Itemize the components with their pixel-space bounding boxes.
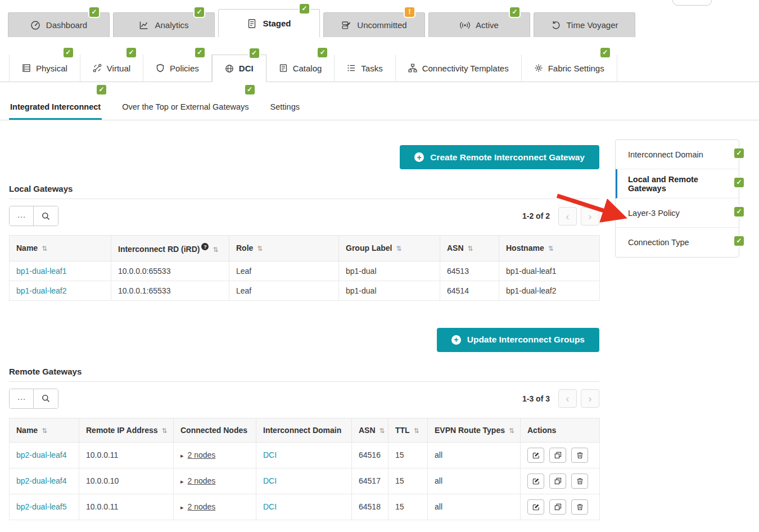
- sort-icon: ⇅: [468, 245, 473, 253]
- table-row: bp2-dual-leaf4 10.0.0.11 ▸2 nodes DCI 64…: [10, 442, 600, 468]
- gateway-link[interactable]: bp2-dual-leaf5: [16, 502, 67, 511]
- domain-link[interactable]: DCI: [263, 450, 277, 459]
- divider: [9, 199, 599, 199]
- tab-label: Policies: [170, 64, 199, 73]
- col-name[interactable]: Name⇅: [10, 418, 79, 442]
- tab-staged[interactable]: Staged ✓: [218, 9, 320, 37]
- tab-time-voyager[interactable]: Time Voyager: [534, 12, 635, 37]
- col-role[interactable]: Role⇅: [229, 236, 339, 262]
- sort-icon: ⇅: [257, 245, 263, 253]
- sort-icon: ⇅: [42, 427, 47, 435]
- clone-button[interactable]: [549, 448, 566, 463]
- tab-connectivity-templates[interactable]: Connectivity Templates: [396, 55, 522, 82]
- domain-link[interactable]: DCI: [263, 502, 277, 511]
- gear-icon: [534, 64, 543, 73]
- nodes-link[interactable]: 2 nodes: [188, 476, 216, 485]
- clone-button[interactable]: [549, 499, 566, 515]
- tab-label: Dashboard: [46, 20, 87, 30]
- check-badge: ✓: [733, 235, 745, 247]
- shield-icon: [156, 64, 165, 73]
- gateway-link[interactable]: bp1-dual-leaf1: [16, 267, 67, 276]
- uncommitted-icon: [341, 20, 351, 30]
- nodes-link[interactable]: 2 nodes: [188, 502, 216, 511]
- tab-analytics[interactable]: Analytics ✓: [113, 12, 215, 37]
- next-page-button[interactable]: ›: [581, 207, 599, 226]
- edit-button[interactable]: [527, 474, 544, 489]
- next-page-button[interactable]: ›: [581, 389, 599, 408]
- remote-gateways-title: Remote Gateways: [9, 367, 599, 376]
- update-interconnect-groups-button[interactable]: + Update Interconnect Groups: [437, 328, 599, 352]
- tab-label: Time Voyager: [567, 20, 618, 30]
- prev-page-button[interactable]: ‹: [558, 389, 577, 408]
- delete-button[interactable]: [571, 499, 588, 515]
- sidebar-item-connection-type[interactable]: Connection Type ✓: [616, 228, 739, 257]
- time-voyager-icon: [551, 20, 561, 30]
- sidebar-item-layer-3-policy[interactable]: Layer-3 Policy ✓: [616, 199, 739, 228]
- sidebar-item-label: Layer-3 Policy: [628, 209, 680, 218]
- col-group-label[interactable]: Group Label⇅: [339, 236, 440, 262]
- gateway-link[interactable]: bp2-dual-leaf4: [16, 450, 67, 459]
- search-button[interactable]: [34, 389, 58, 408]
- check-badge: ✓: [509, 6, 521, 18]
- search-button[interactable]: [34, 206, 58, 226]
- dci-tab-bar: Integrated Interconnect ✓ Over the Top o…: [0, 82, 759, 120]
- expand-caret-icon[interactable]: ▸: [180, 452, 184, 459]
- tab-dashboard[interactable]: Dashboard ✓: [8, 12, 110, 37]
- tab-label: Virtual: [107, 64, 130, 73]
- table-row: bp1-dual-leaf2 10.0.0.1:65533 Leaf bp1-d…: [10, 281, 600, 300]
- sidebar-item-local-and-remote-gateways[interactable]: Local and Remote Gateways ✓: [616, 169, 739, 199]
- tab-dci[interactable]: DCI ✓: [212, 55, 266, 82]
- tab-active[interactable]: Active ✓: [428, 12, 530, 37]
- col-ttl[interactable]: TTL⇅: [388, 418, 428, 442]
- check-badge: ✓: [96, 84, 107, 96]
- sidebar-item-interconnect-domain[interactable]: Interconnect Domain ✓: [616, 140, 739, 169]
- delete-button[interactable]: [571, 448, 588, 463]
- plus-icon: +: [451, 335, 461, 345]
- gateway-link[interactable]: bp1-dual-leaf2: [16, 286, 67, 295]
- domain-link[interactable]: DCI: [263, 476, 277, 485]
- col-name[interactable]: Name⇅: [10, 236, 111, 262]
- help-icon[interactable]: ?: [201, 243, 209, 250]
- pagination-text: 1-3 of 3: [522, 394, 550, 403]
- check-badge: ✓: [599, 47, 611, 58]
- more-actions-button[interactable]: ···: [10, 389, 34, 408]
- edit-button[interactable]: [527, 499, 544, 515]
- sort-icon: ⇅: [396, 245, 401, 253]
- tab-uncommitted[interactable]: Uncommitted !: [323, 12, 425, 37]
- delete-button[interactable]: [571, 474, 588, 489]
- expand-caret-icon[interactable]: ▸: [180, 478, 184, 485]
- divider: [9, 381, 599, 382]
- col-asn[interactable]: ASN⇅: [352, 418, 388, 442]
- col-interconnect-rd[interactable]: Interconnect RD (iRD)?⇅: [111, 236, 229, 262]
- tab-label: Physical: [36, 64, 67, 73]
- search-icon: [42, 394, 50, 403]
- tab-catalog[interactable]: Catalog ✓: [266, 55, 335, 82]
- tab-policies[interactable]: Policies ✓: [143, 55, 212, 82]
- col-remote-ip[interactable]: Remote IP Address⇅: [79, 418, 174, 442]
- col-evpn-route-types[interactable]: EVPN Route Types⇅: [428, 418, 521, 442]
- tab-physical[interactable]: Physical ✓: [9, 55, 80, 82]
- expand-caret-icon[interactable]: ▸: [180, 504, 184, 511]
- sort-icon: ⇅: [509, 427, 514, 435]
- gateway-link[interactable]: bp2-dual-leaf4: [16, 476, 67, 485]
- tab-label: Integrated Interconnect: [10, 102, 101, 111]
- create-remote-interconnect-gateway-button[interactable]: + Create Remote Interconnect Gateway: [400, 145, 599, 169]
- physical-icon: [22, 64, 31, 73]
- col-asn[interactable]: ASN⇅: [440, 236, 499, 262]
- tab-virtual[interactable]: Virtual ✓: [80, 55, 143, 82]
- edit-button[interactable]: [527, 448, 544, 463]
- col-hostname[interactable]: Hostname⇅: [499, 236, 600, 262]
- tab-tasks[interactable]: Tasks: [335, 55, 395, 82]
- tab-settings[interactable]: Settings: [269, 98, 301, 120]
- warning-badge: !: [404, 6, 415, 18]
- clone-button[interactable]: [549, 474, 566, 489]
- tab-fabric-settings[interactable]: Fabric Settings ✓: [522, 55, 617, 82]
- nodes-link[interactable]: 2 nodes: [188, 450, 216, 459]
- blueprint-tab-bar: Dashboard ✓ Analytics ✓ Staged ✓ Uncommi…: [0, 0, 759, 37]
- more-actions-button[interactable]: ···: [10, 206, 34, 226]
- sort-icon: ⇅: [162, 427, 168, 435]
- tab-integrated-interconnect[interactable]: Integrated Interconnect ✓: [9, 98, 102, 120]
- tab-over-the-top-or-external-gateways[interactable]: Over the Top or External Gateways ✓: [121, 98, 250, 120]
- prev-page-button[interactable]: ‹: [558, 207, 577, 226]
- table-row: bp2-dual-leaf5 10.0.0.11 ▸2 nodes DCI 64…: [10, 494, 600, 520]
